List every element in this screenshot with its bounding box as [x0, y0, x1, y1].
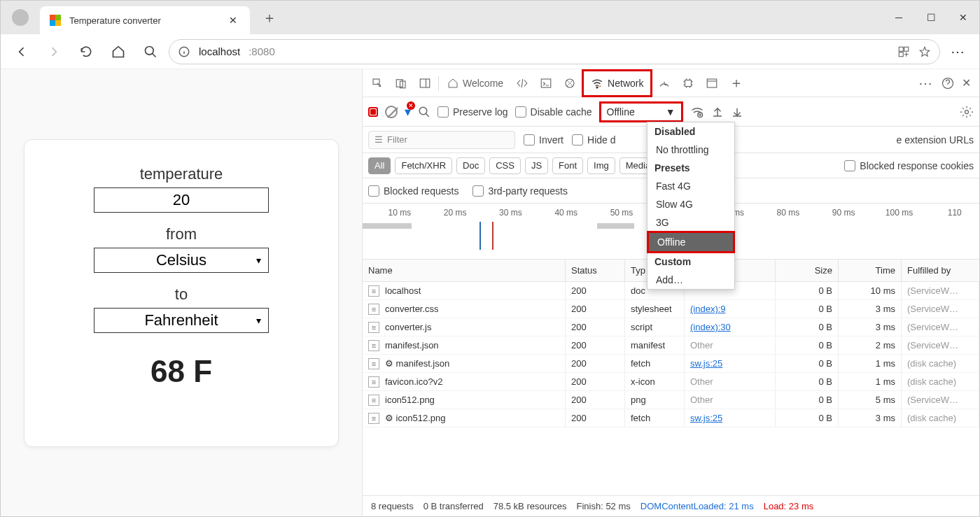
timeline-tick: 110 [948, 208, 962, 218]
minimize-button[interactable]: ─ [883, 1, 915, 34]
invert-checkbox[interactable]: Invert [524, 134, 564, 146]
temperature-input[interactable]: 20 [94, 187, 269, 213]
col-status[interactable]: Status [566, 260, 625, 281]
filter-toggle-button[interactable]: ▾✕ [405, 104, 411, 120]
tab-network[interactable]: Network [582, 69, 652, 97]
to-select[interactable]: Fahrenheit [94, 308, 269, 333]
dropdown-3g[interactable]: 3G [648, 213, 734, 232]
svg-point-17 [965, 110, 969, 113]
from-select[interactable]: Celsius [94, 248, 269, 273]
col-size[interactable]: Size [776, 260, 839, 281]
type-pill-img[interactable]: Img [587, 157, 615, 174]
device-icon[interactable] [389, 69, 413, 97]
address-input[interactable]: localhost:8080 [169, 39, 940, 64]
status-dcl: DOMContentLoaded: 21 ms [640, 501, 754, 511]
type-pill-css[interactable]: CSS [489, 157, 521, 174]
dropdown-slow-4g[interactable]: Slow 4G [648, 195, 734, 213]
col-time[interactable]: Time [839, 260, 902, 281]
tab-elements[interactable] [510, 69, 534, 97]
search-icon[interactable] [418, 106, 430, 118]
status-finish: Finish: 52 ms [576, 501, 630, 511]
timeline-tick: 40 ms [554, 208, 578, 218]
record-button[interactable] [368, 107, 378, 117]
col-fulfilled[interactable]: Fulfilled by [902, 260, 979, 281]
status-requests: 8 requests [371, 501, 414, 511]
status-resources: 78.5 kB resources [493, 501, 567, 511]
table-row[interactable]: ≡converter.css200stylesheet(index):90 B3… [363, 300, 979, 318]
close-window-button[interactable]: ✕ [947, 1, 979, 34]
home-button[interactable] [104, 38, 132, 66]
result-output: 68 F [150, 354, 212, 389]
status-load: Load: 23 ms [764, 501, 814, 511]
clear-button[interactable] [385, 106, 398, 118]
filter-icon: ☰ [374, 134, 383, 145]
window-controls: ─ ☐ ✕ [883, 1, 979, 34]
third-party-checkbox[interactable]: 3rd-party requests [472, 185, 568, 197]
favorite-icon[interactable] [918, 45, 931, 58]
table-row[interactable]: ≡icon512.png200pngOther0 B5 ms(ServiceW… [363, 391, 979, 409]
settings-icon[interactable] [960, 105, 974, 119]
svg-rect-2 [899, 47, 903, 51]
network-conditions-icon[interactable] [690, 105, 704, 119]
devtools-close-button[interactable]: ✕ [962, 76, 971, 90]
extensions-icon[interactable] [897, 45, 910, 58]
profile-avatar[interactable] [12, 9, 29, 26]
tab-application[interactable] [700, 69, 724, 97]
type-pill-fetchxhr[interactable]: Fetch/XHR [395, 157, 452, 174]
type-pill-js[interactable]: JS [525, 157, 548, 174]
svg-point-11 [596, 87, 598, 88]
tab-console[interactable] [534, 69, 558, 97]
download-icon[interactable] [731, 106, 743, 118]
content-area: temperature 20 from Celsius to Fahrenhei… [1, 69, 979, 516]
tabs-more[interactable]: ＋ [724, 69, 749, 97]
filter-input[interactable]: ☰ Filter [368, 131, 515, 149]
dropdown-no-throttling[interactable]: No throttling [648, 141, 734, 159]
close-tab-button[interactable]: ✕ [226, 13, 240, 27]
help-icon[interactable] [941, 76, 955, 90]
url-port: :8080 [248, 45, 275, 57]
dropdown-add[interactable]: Add… [648, 271, 734, 289]
devtools-more-icon[interactable]: ⋯ [918, 75, 934, 92]
table-row[interactable]: ≡⚙ manifest.json200fetchsw.js:250 B1 ms(… [363, 355, 979, 373]
from-label: from [166, 225, 197, 243]
dropdown-header-disabled: Disabled [648, 122, 734, 141]
tab-welcome[interactable]: Welcome [440, 69, 510, 97]
favicon-icon [50, 15, 61, 26]
disable-cache-checkbox[interactable]: Disable cache [515, 106, 592, 118]
refresh-button[interactable] [72, 38, 100, 66]
new-tab-button[interactable]: ＋ [262, 8, 276, 27]
tab-performance[interactable] [652, 69, 676, 97]
tab-sources[interactable] [558, 69, 582, 97]
blocked-cookies-checkbox[interactable]: Blocked response cookies [844, 160, 974, 171]
table-row[interactable]: ≡manifest.json200manifestOther0 B2 ms(Se… [363, 337, 979, 355]
browser-tab[interactable]: Temperature converter ✕ [40, 6, 250, 34]
url-host: localhost [199, 45, 240, 57]
forward-button[interactable] [40, 38, 68, 66]
network-table-body[interactable]: ≡localhost200doc0 B10 ms(ServiceW…≡conve… [363, 282, 979, 495]
tab-memory[interactable] [676, 69, 700, 97]
back-button[interactable] [8, 38, 36, 66]
upload-icon[interactable] [711, 106, 724, 118]
table-row[interactable]: ≡converter.js200script(index):300 B3 ms(… [363, 318, 979, 337]
converter-card: temperature 20 from Celsius to Fahrenhei… [24, 139, 339, 447]
menu-button[interactable]: ⋯ [944, 38, 972, 66]
throttling-select[interactable]: Offline▼ [599, 101, 683, 122]
table-row[interactable]: ≡⚙ icon512.png200fetchsw.js:250 B3 ms(di… [363, 409, 979, 427]
maximize-button[interactable]: ☐ [915, 1, 947, 34]
dock-icon[interactable] [413, 69, 437, 97]
type-pill-all[interactable]: All [368, 157, 391, 174]
dropdown-fast-4g[interactable]: Fast 4G [648, 177, 734, 195]
hide-data-checkbox[interactable]: Hide d [572, 134, 615, 146]
col-name[interactable]: Name [363, 260, 566, 281]
svg-rect-3 [904, 47, 909, 51]
type-pill-doc[interactable]: Doc [456, 157, 485, 174]
table-row[interactable]: ≡favicon.ico?v2200x-iconOther0 B1 ms(dis… [363, 373, 979, 391]
type-pill-font[interactable]: Font [552, 157, 583, 174]
dropdown-offline[interactable]: Offline [647, 231, 735, 253]
svg-rect-13 [708, 79, 718, 87]
preserve-log-checkbox[interactable]: Preserve log [438, 106, 508, 118]
blocked-requests-checkbox[interactable]: Blocked requests [368, 185, 458, 197]
search-button[interactable] [136, 38, 164, 66]
dropdown-header-presets: Presets [648, 159, 734, 177]
inspect-icon[interactable] [365, 69, 389, 97]
